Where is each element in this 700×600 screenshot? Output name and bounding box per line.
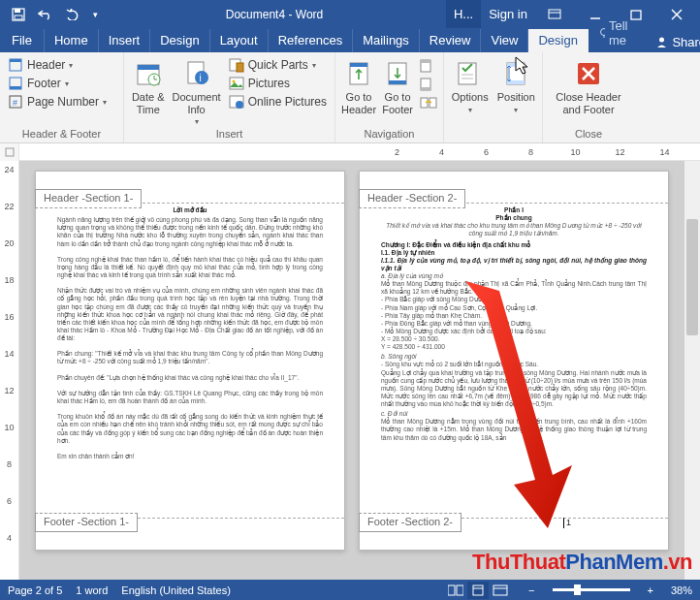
document-info-icon: i xyxy=(181,58,212,89)
svg-rect-35 xyxy=(389,80,406,84)
tab-references[interactable]: References xyxy=(269,29,353,52)
tab-file[interactable]: File xyxy=(0,29,45,52)
status-word-count[interactable]: 1 word xyxy=(76,584,108,596)
tab-design[interactable]: Design xyxy=(150,29,209,52)
svg-rect-28 xyxy=(230,78,243,89)
scrollbar-thumb[interactable] xyxy=(686,219,698,335)
zoom-level[interactable]: 38% xyxy=(671,584,692,596)
page-number-dropdown[interactable]: #Page Number▾ xyxy=(6,93,109,111)
link-previous-button[interactable] xyxy=(419,95,438,111)
svg-rect-27 xyxy=(237,63,243,72)
ribbon-group-close: Close Header and Footer Close xyxy=(543,52,634,142)
svg-rect-39 xyxy=(421,87,430,90)
page-2: Header -Section 2- Footer -Section 2- 1 … xyxy=(359,171,669,551)
ruler-horizontal[interactable]: 2468101214 xyxy=(0,143,700,161)
svg-point-9 xyxy=(600,29,605,36)
view-buttons xyxy=(445,582,511,599)
footer-tag-2[interactable]: Footer -Section 2- xyxy=(359,513,461,532)
document-info-dropdown[interactable]: i Document Info▾ xyxy=(172,56,220,126)
signin-button[interactable]: Sign in xyxy=(483,0,533,28)
status-page[interactable]: Page 2 of 5 xyxy=(8,584,62,596)
page-1: Header -Section 1- Footer -Section 1- Lờ… xyxy=(35,171,345,551)
read-mode-button[interactable] xyxy=(445,582,466,599)
redo-button[interactable] xyxy=(60,3,85,26)
tab-header-footer-design[interactable]: Design xyxy=(528,29,588,52)
svg-rect-3 xyxy=(549,10,560,18)
account-button[interactable]: H... xyxy=(446,0,481,28)
watermark: ThuThuatPhanMem.vn xyxy=(472,550,692,575)
pages-area[interactable]: Header -Section 1- Footer -Section 1- Lờ… xyxy=(19,161,700,580)
footer-dropdown[interactable]: Footer▾ xyxy=(6,75,109,92)
print-layout-button[interactable] xyxy=(467,582,489,599)
svg-rect-19 xyxy=(138,65,159,70)
tab-view[interactable]: View xyxy=(481,29,528,52)
svg-text:i: i xyxy=(199,73,201,83)
svg-rect-13 xyxy=(10,59,21,62)
ribbon: Header▾ Footer▾ #Page Number▾ Header & F… xyxy=(0,52,700,143)
scrollbar-vertical[interactable] xyxy=(684,161,700,580)
page-number-field[interactable]: 1 xyxy=(563,518,571,528)
close-hf-icon xyxy=(573,58,604,89)
tab-mailings[interactable]: Mailings xyxy=(353,29,420,52)
nav-next-button[interactable] xyxy=(419,77,438,92)
position-dropdown[interactable]: Position▾ xyxy=(496,56,537,114)
pictures-button[interactable]: Pictures xyxy=(227,75,329,92)
link-icon xyxy=(420,96,437,110)
page-number-icon: # xyxy=(8,94,23,110)
close-button[interactable] xyxy=(657,0,696,28)
quick-parts-dropdown[interactable]: Quick Parts▾ xyxy=(227,56,329,74)
person-icon xyxy=(655,36,668,48)
svg-rect-42 xyxy=(459,63,476,84)
tab-insert[interactable]: Insert xyxy=(99,29,151,52)
zoom-in-button[interactable]: + xyxy=(644,584,657,596)
footer-tag-1[interactable]: Footer -Section 1- xyxy=(35,513,138,532)
svg-rect-33 xyxy=(350,63,367,67)
header-dropdown[interactable]: Header▾ xyxy=(6,56,109,74)
group-label-close: Close xyxy=(543,128,634,142)
zoom-out-button[interactable]: − xyxy=(525,584,538,596)
pictures-icon xyxy=(229,76,244,91)
svg-rect-37 xyxy=(421,60,430,63)
tab-home[interactable]: Home xyxy=(45,29,99,52)
header-tag-1[interactable]: Header -Section 1- xyxy=(35,189,142,208)
options-icon xyxy=(455,58,486,89)
svg-rect-54 xyxy=(457,585,463,595)
qat-customize-button[interactable]: ▾ xyxy=(87,3,103,26)
document-workspace: 2422201816141210864 Header -Section 1- F… xyxy=(0,161,700,580)
ribbon-group-options: Options▾ Position▾ xyxy=(444,52,543,142)
svg-rect-53 xyxy=(448,585,455,595)
tab-layout[interactable]: Layout xyxy=(210,29,269,52)
goto-footer-icon xyxy=(382,58,413,89)
save-button[interactable] xyxy=(6,3,31,26)
svg-point-31 xyxy=(236,101,243,109)
header-tag-2[interactable]: Header -Section 2- xyxy=(359,189,465,208)
options-dropdown[interactable]: Options▾ xyxy=(450,56,491,114)
svg-point-24 xyxy=(195,71,208,84)
svg-point-11 xyxy=(659,38,664,43)
ruler-vertical[interactable]: 2422201816141210864 xyxy=(0,161,19,580)
lightbulb-icon xyxy=(598,27,605,39)
goto-header-button[interactable]: Go to Header xyxy=(341,56,376,115)
group-label-navigation: Navigation xyxy=(335,128,443,142)
tell-me-search[interactable]: Tell me xyxy=(589,15,643,52)
svg-rect-57 xyxy=(493,585,507,595)
ribbon-display-button[interactable] xyxy=(535,0,574,28)
date-time-button[interactable]: Date & Time xyxy=(130,56,166,115)
page-2-body: Phần I Phần chung Thiết kế mở vỉa và kha… xyxy=(381,206,647,515)
ruler-corner xyxy=(0,143,19,161)
footer-icon xyxy=(8,76,23,91)
status-language[interactable]: English (United States) xyxy=(121,584,231,596)
close-header-footer-button[interactable]: Close Header and Footer xyxy=(549,56,628,115)
share-button[interactable]: Share xyxy=(642,32,700,52)
svg-text:#: # xyxy=(13,98,17,108)
ribbon-group-insert: Date & Time i Document Info▾ Quick Parts… xyxy=(124,52,335,142)
web-layout-button[interactable] xyxy=(490,582,511,599)
goto-footer-button[interactable]: Go to Footer xyxy=(382,56,413,115)
nav-previous-button[interactable] xyxy=(419,58,438,74)
zoom-slider[interactable] xyxy=(553,588,630,591)
tab-review[interactable]: Review xyxy=(420,29,482,52)
svg-rect-15 xyxy=(10,86,21,89)
undo-button[interactable] xyxy=(33,3,58,26)
online-pictures-button[interactable]: Online Pictures xyxy=(227,93,329,111)
svg-rect-52 xyxy=(6,148,14,156)
